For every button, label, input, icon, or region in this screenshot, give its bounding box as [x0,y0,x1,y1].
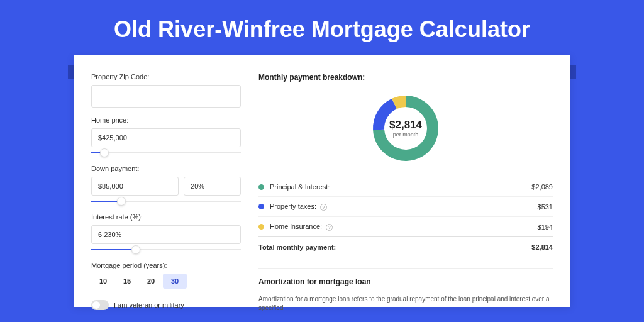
interest-rate-field: Interest rate (%): [91,213,241,244]
breakdown-title: Monthly payment breakdown: [258,73,553,82]
donut-amount: $2,814 [389,119,422,131]
donut-center: $2,814 per month [368,91,443,166]
veteran-label: I am veteran or military [114,301,184,309]
legend-label: Principal & Interest: [270,183,330,191]
period-option-10[interactable]: 10 [91,274,115,289]
period-option-20[interactable]: 20 [139,274,163,289]
interest-rate-label: Interest rate (%): [91,213,241,221]
down-payment-amount-input[interactable] [91,177,179,196]
breakdown-column: Monthly payment breakdown: $2,814 per mo… [258,73,553,307]
page-title: Old River-Winfree Mortgage Calculator [0,0,644,55]
legend-value: $531 [538,203,553,211]
amortization-title: Amortization for mortgage loan [258,277,553,286]
zip-field: Property Zip Code: [91,73,241,108]
interest-rate-slider[interactable] [91,245,241,254]
period-field: Mortgage period (years): 10152030 [91,262,241,289]
down-payment-field: Down payment: [91,165,241,196]
donut-chart: $2,814 per month [368,91,443,166]
legend-dot [258,184,264,190]
legend-dot [258,224,264,230]
donut-chart-container: $2,814 per month [258,91,553,166]
calculator-card: Property Zip Code: Home price: Down paym… [74,55,570,307]
amortization-section: Amortization for mortgage loan Amortizat… [258,268,553,313]
help-icon[interactable]: ? [320,204,327,211]
legend-list: Principal & Interest:$2,089Property taxe… [258,177,553,236]
legend-row: Property taxes: ?$531 [258,196,553,216]
veteran-toggle[interactable] [91,300,109,310]
legend-value: $194 [538,223,553,231]
slider-thumb[interactable] [100,148,109,157]
veteran-row: I am veteran or military [91,300,241,310]
donut-sublabel: per month [393,131,419,138]
down-payment-percent-input[interactable] [184,177,241,196]
slider-fill [91,249,136,250]
legend-label: Property taxes: ? [270,203,327,211]
down-payment-slider[interactable] [91,197,241,206]
legend-label: Home insurance: ? [270,223,333,231]
period-options: 10152030 [91,274,241,289]
amortization-desc: Amortization for a mortgage loan refers … [258,295,553,313]
period-label: Mortgage period (years): [91,262,241,269]
slider-track [91,152,241,153]
legend-row: Principal & Interest:$2,089 [258,177,553,196]
total-value: $2,814 [531,243,553,251]
total-row: Total monthly payment: $2,814 [258,236,553,257]
zip-label: Property Zip Code: [91,73,241,80]
zip-input[interactable] [91,85,241,108]
home-price-input[interactable] [91,128,241,147]
interest-rate-input[interactable] [91,225,241,244]
inputs-column: Property Zip Code: Home price: Down paym… [91,73,241,307]
legend-value: $2,089 [531,183,553,191]
period-option-30[interactable]: 30 [163,274,187,289]
legend-row: Home insurance: ?$194 [258,216,553,236]
slider-thumb[interactable] [117,197,126,206]
period-option-15[interactable]: 15 [115,274,139,289]
down-payment-label: Down payment: [91,165,241,172]
legend-dot [258,204,264,209]
home-price-slider[interactable] [91,148,241,157]
help-icon[interactable]: ? [326,224,333,231]
home-price-label: Home price: [91,116,241,124]
home-price-field: Home price: [91,116,241,147]
slider-thumb[interactable] [131,245,140,254]
total-label: Total monthly payment: [258,243,336,251]
